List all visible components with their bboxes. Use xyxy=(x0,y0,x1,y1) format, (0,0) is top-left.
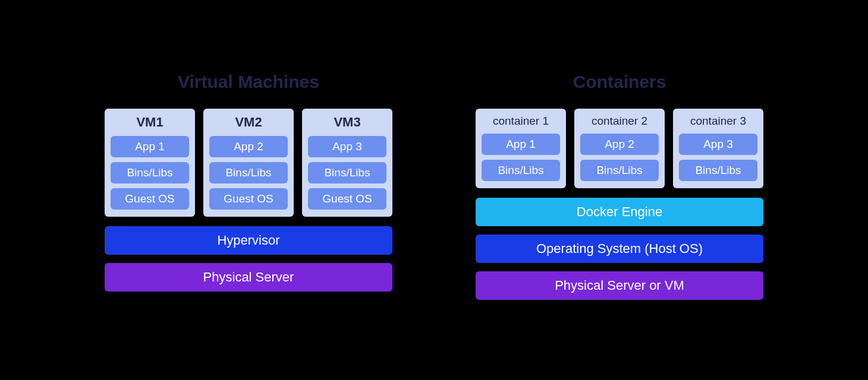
container-bins-layer: Bins/Libs xyxy=(482,160,560,181)
vm-bins-layer: Bins/Libs xyxy=(308,162,386,183)
host-os-bar: Operating System (Host OS) xyxy=(476,235,763,263)
container-name: container 1 xyxy=(493,115,549,128)
containers-units-row: container 1 App 1 Bins/Libs container 2 … xyxy=(476,109,763,188)
container-app-layer: App 2 xyxy=(580,134,659,155)
container-app-layer: App 1 xyxy=(482,134,560,155)
vm-name: VM3 xyxy=(334,115,360,130)
vm-bins-layer: Bins/Libs xyxy=(209,162,288,183)
vm-guestos-layer: Guest OS xyxy=(308,188,386,210)
vm-box-1: VM1 App 1 Bins/Libs Guest OS xyxy=(105,109,195,217)
vm-name: VM1 xyxy=(136,115,163,130)
containers-column: Containers container 1 App 1 Bins/Libs c… xyxy=(476,72,763,308)
vm-app-layer: App 1 xyxy=(111,136,189,157)
container-bins-layer: Bins/Libs xyxy=(679,160,757,181)
vm-vs-containers-diagram: Virtual Machines VM1 App 1 Bins/Libs Gue… xyxy=(105,72,763,308)
container-app-layer: App 3 xyxy=(679,134,757,155)
vm-title: Virtual Machines xyxy=(178,72,319,92)
container-box-3: container 3 App 3 Bins/Libs xyxy=(673,109,763,188)
vm-app-layer: App 2 xyxy=(209,136,288,157)
physical-server-or-vm-bar: Physical Server or VM xyxy=(476,271,763,300)
vm-bins-layer: Bins/Libs xyxy=(111,162,189,183)
vm-units-row: VM1 App 1 Bins/Libs Guest OS VM2 App 2 B… xyxy=(105,109,392,217)
physical-server-bar: Physical Server xyxy=(105,263,392,292)
vm-app-layer: App 3 xyxy=(308,136,386,157)
hypervisor-bar: Hypervisor xyxy=(105,226,392,255)
vm-column: Virtual Machines VM1 App 1 Bins/Libs Gue… xyxy=(105,72,392,308)
docker-engine-bar: Docker Engine xyxy=(476,198,763,226)
vm-guestos-layer: Guest OS xyxy=(209,188,288,210)
container-name: container 3 xyxy=(690,115,746,128)
container-box-1: container 1 App 1 Bins/Libs xyxy=(476,109,566,188)
vm-name: VM2 xyxy=(235,115,262,130)
container-bins-layer: Bins/Libs xyxy=(580,160,659,181)
container-box-2: container 2 App 2 Bins/Libs xyxy=(574,109,665,188)
vm-box-3: VM3 App 3 Bins/Libs Guest OS xyxy=(302,109,392,217)
container-name: container 2 xyxy=(592,115,647,128)
containers-title: Containers xyxy=(573,72,666,92)
vm-guestos-layer: Guest OS xyxy=(111,188,189,210)
vm-box-2: VM2 App 2 Bins/Libs Guest OS xyxy=(203,109,294,217)
